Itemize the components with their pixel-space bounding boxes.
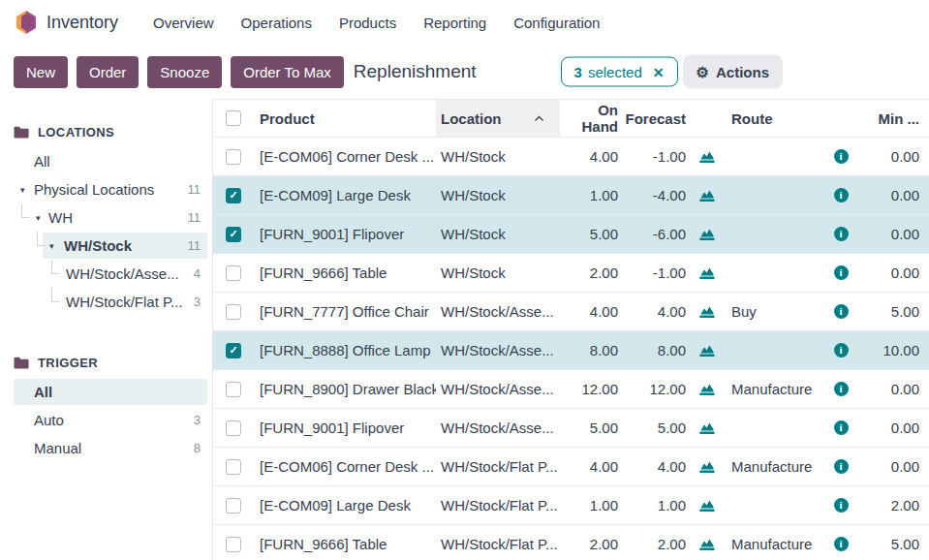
forecast-chart-icon[interactable]	[698, 188, 716, 202]
forecast-cell: 2.00	[622, 536, 690, 552]
table-row[interactable]: [FURN_8900] Drawer Black WH/Stock/Asse..…	[213, 370, 929, 409]
filter-wh-stock-asse[interactable]: WH/Stock/Asse...4	[0, 260, 212, 288]
table-row[interactable]: [FURN_8888] Office Lamp WH/Stock/Asse...…	[213, 331, 929, 370]
product-cell[interactable]: [FURN_8900] Drawer Black	[254, 381, 436, 397]
nav-item-configuration[interactable]: Configuration	[500, 9, 613, 37]
route-cell: Manufacture	[725, 381, 823, 397]
forecast-chart-icon[interactable]	[698, 382, 716, 396]
forecast-chart-icon[interactable]	[698, 149, 716, 164]
row-checkbox[interactable]	[226, 498, 241, 513]
row-checkbox[interactable]	[226, 227, 241, 242]
forecast-cell: 8.00	[622, 342, 690, 358]
filter-all[interactable]: All	[0, 147, 212, 175]
nav-item-products[interactable]: Products	[325, 9, 410, 37]
table-row[interactable]: [FURN_9666] Table WH/Stock 2.00 -1.00 0.…	[213, 254, 929, 293]
section-title-label: TRIGGER	[38, 356, 98, 370]
info-icon[interactable]	[834, 227, 849, 241]
column-header-on-hand[interactable]: On Hand	[560, 102, 622, 135]
chart-cell	[690, 343, 725, 358]
table-row[interactable]: [FURN_9001] Flipover WH/Stock 5.00 -6.00…	[213, 215, 929, 254]
nav-item-operations[interactable]: Operations	[228, 9, 325, 37]
info-icon[interactable]	[834, 459, 849, 474]
info-icon[interactable]	[834, 537, 849, 551]
product-cell[interactable]: [FURN_8888] Office Lamp	[254, 342, 436, 358]
filter-physical-locations[interactable]: ▾Physical Locations11	[0, 175, 212, 203]
info-icon[interactable]	[834, 149, 849, 164]
table-row[interactable]: [E-COM06] Corner Desk ... WH/Stock 4.00 …	[213, 138, 929, 176]
table-row[interactable]: [E-COM06] Corner Desk ... WH/Stock/Flat …	[213, 448, 929, 486]
info-icon[interactable]	[834, 382, 849, 396]
on-hand-cell: 4.00	[560, 303, 622, 320]
header-checkbox-cell	[213, 110, 254, 126]
product-cell[interactable]: [FURN_9001] Flipover	[254, 226, 436, 242]
location-cell: WH/Stock/Asse...	[436, 303, 560, 320]
info-icon[interactable]	[834, 304, 849, 319]
row-checkbox[interactable]	[226, 304, 241, 320]
select-all-checkbox[interactable]	[226, 110, 241, 126]
inventory-app-icon[interactable]	[15, 11, 37, 34]
row-checkbox[interactable]	[226, 459, 241, 475]
nav-item-overview[interactable]: Overview	[139, 9, 228, 37]
info-icon[interactable]	[834, 188, 849, 202]
chart-cell	[690, 304, 725, 319]
filter-auto[interactable]: Auto3	[0, 406, 212, 434]
column-header-min[interactable]: Min ...	[858, 110, 929, 127]
info-icon[interactable]	[834, 343, 849, 358]
app-title[interactable]: Inventory	[46, 13, 118, 33]
filter-label: Auto	[0, 412, 64, 428]
product-cell[interactable]: [E-COM06] Corner Desk ...	[254, 458, 436, 475]
forecast-chart-icon[interactable]	[698, 459, 716, 474]
new-button[interactable]: New	[14, 56, 68, 88]
order-to-max-button[interactable]: Order To Max	[231, 56, 344, 88]
column-header-forecast[interactable]: Forecast	[622, 110, 690, 127]
filter-count: 4	[194, 266, 201, 281]
product-cell[interactable]: [FURN_7777] Office Chair	[254, 303, 436, 320]
row-checkbox[interactable]	[226, 537, 241, 552]
table-row[interactable]: [E-COM09] Large Desk WH/Stock/Flat P... …	[213, 486, 929, 525]
forecast-chart-icon[interactable]	[698, 227, 716, 241]
product-cell[interactable]: [E-COM09] Large Desk	[254, 187, 436, 203]
forecast-chart-icon[interactable]	[698, 304, 716, 319]
info-icon[interactable]	[834, 265, 849, 280]
filter-wh-stock[interactable]: ▾WH/Stock11	[0, 232, 212, 260]
table-row[interactable]: [FURN_9666] Table WH/Stock/Flat P... 2.0…	[213, 525, 929, 560]
sort-asc-icon	[534, 115, 544, 122]
table-row[interactable]: [E-COM09] Large Desk WH/Stock 1.00 -4.00…	[213, 176, 929, 215]
forecast-chart-icon[interactable]	[698, 343, 716, 358]
row-checkbox[interactable]	[226, 343, 241, 358]
row-checkbox[interactable]	[226, 188, 241, 203]
forecast-chart-icon[interactable]	[698, 537, 716, 551]
product-cell[interactable]: [FURN_9666] Table	[254, 536, 436, 552]
filter-wh-stock-flat-p[interactable]: WH/Stock/Flat P...3	[0, 288, 212, 316]
row-checkbox[interactable]	[226, 149, 241, 165]
forecast-chart-icon[interactable]	[698, 420, 716, 435]
actions-button[interactable]: ⚙ Actions	[683, 55, 783, 89]
snooze-button[interactable]: Snooze	[147, 56, 222, 88]
location-header-label: Location	[441, 110, 502, 127]
forecast-chart-icon[interactable]	[698, 498, 716, 513]
table-row[interactable]: [FURN_9001] Flipover WH/Stock/Asse... 5.…	[213, 409, 929, 448]
clear-selection-icon[interactable]: ✕	[653, 64, 665, 79]
info-icon[interactable]	[834, 420, 849, 435]
filter-manual[interactable]: Manual8	[0, 434, 212, 462]
row-checkbox[interactable]	[226, 265, 241, 281]
product-cell[interactable]: [E-COM09] Large Desk	[254, 497, 436, 513]
row-checkbox[interactable]	[226, 382, 241, 397]
filter-wh[interactable]: ▾WH11	[0, 203, 212, 232]
row-checkbox[interactable]	[226, 420, 241, 436]
column-header-location[interactable]: Location	[436, 100, 560, 137]
column-header-route[interactable]: Route	[725, 110, 823, 127]
location-cell: WH/Stock/Asse...	[436, 342, 560, 358]
nav-item-reporting[interactable]: Reporting	[410, 9, 500, 37]
info-icon[interactable]	[834, 498, 849, 513]
product-cell[interactable]: [E-COM06] Corner Desk ...	[254, 148, 436, 165]
column-header-product[interactable]: Product	[254, 110, 436, 127]
filter-all[interactable]: All	[0, 378, 212, 406]
forecast-chart-icon[interactable]	[698, 265, 716, 280]
order-button[interactable]: Order	[77, 56, 139, 88]
min-cell: 10.00	[858, 342, 929, 358]
filter-count: 11	[188, 210, 201, 225]
product-cell[interactable]: [FURN_9666] Table	[254, 264, 436, 281]
table-row[interactable]: [FURN_7777] Office Chair WH/Stock/Asse..…	[213, 293, 929, 331]
product-cell[interactable]: [FURN_9001] Flipover	[254, 420, 436, 436]
